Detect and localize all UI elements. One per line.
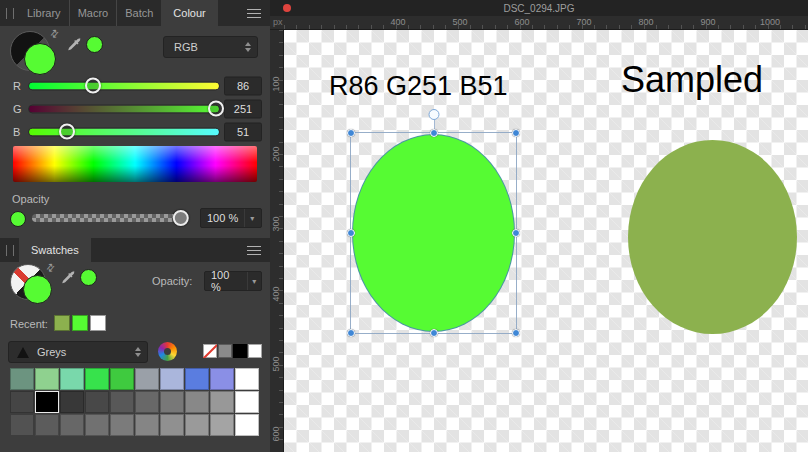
canvas-viewport[interactable]: R86 G251 B51 Sampled (284, 30, 808, 452)
quick-swatch[interactable] (218, 344, 232, 358)
eyedropper-icon[interactable] (60, 269, 76, 285)
palette-category-value: Greys (37, 346, 66, 358)
swatch-grid (10, 368, 259, 436)
panel-grip-icon[interactable] (6, 8, 14, 19)
ellipse-sampled[interactable] (628, 140, 797, 334)
swatch-cell[interactable] (210, 414, 234, 436)
swatch-cell[interactable] (110, 391, 134, 413)
no-colour-swatch[interactable] (203, 344, 217, 358)
colour-mode-select[interactable]: RGB (163, 36, 258, 58)
opacity-slider[interactable] (32, 214, 184, 222)
swatch-cell[interactable] (235, 368, 259, 390)
slider-track[interactable] (28, 104, 220, 113)
swatch-cell[interactable] (160, 368, 184, 390)
swatches-menu-icon[interactable] (247, 246, 261, 255)
selection-handle[interactable] (430, 129, 438, 137)
slider-label: B (13, 126, 20, 138)
tab-library[interactable]: Library (19, 0, 70, 26)
recent-swatch[interactable] (90, 315, 106, 331)
swatch-cell[interactable] (110, 414, 134, 436)
ruler-v-number: 600 (271, 419, 281, 449)
swatch-cell[interactable] (10, 368, 34, 390)
ruler-h-number: 800 (638, 17, 653, 27)
swatch-cell[interactable] (185, 368, 209, 390)
current-colour-chip[interactable] (86, 36, 103, 53)
swatch-cell[interactable] (185, 414, 209, 436)
tab-batch[interactable]: Batch (117, 0, 161, 26)
swatch-cell[interactable] (210, 391, 234, 413)
recent-swatch[interactable] (72, 315, 88, 331)
swatch-cell[interactable] (235, 414, 259, 436)
primary-colour-swatch[interactable] (23, 275, 52, 304)
swatch-cell[interactable] (110, 368, 134, 390)
slider-value-input[interactable]: 86 (224, 76, 262, 95)
tab-swatches[interactable]: Swatches (19, 238, 91, 262)
opacity-value: 100 % (201, 209, 244, 227)
swatch-cell[interactable] (10, 391, 34, 413)
palette-icon[interactable] (158, 342, 177, 361)
palette-category-icon (17, 347, 29, 358)
slider-knob[interactable] (59, 124, 75, 140)
quick-swatch[interactable] (248, 344, 262, 358)
selection-handle[interactable] (347, 329, 355, 337)
colour-spectrum[interactable] (13, 146, 257, 182)
swatches-panel: ⇄ Opacity: 100 % ▾ Recent: Greys (0, 262, 270, 452)
swatch-cell[interactable] (160, 414, 184, 436)
tab-macro[interactable]: Macro (70, 0, 118, 26)
opacity-label: Opacity: (152, 275, 192, 287)
swatch-cell[interactable] (60, 391, 84, 413)
swatch-cell[interactable] (210, 368, 234, 390)
current-colour-chip[interactable] (80, 269, 97, 286)
opacity-value-select[interactable]: 100 % ▾ (200, 208, 262, 228)
rotation-handle[interactable] (428, 109, 439, 120)
swatch-cell[interactable] (160, 391, 184, 413)
slider-track[interactable] (28, 127, 220, 136)
swatch-cell[interactable] (10, 414, 34, 436)
ruler-v-number: 100 (271, 69, 281, 99)
swatch-cell[interactable] (135, 368, 159, 390)
primary-colour-swatch[interactable] (24, 43, 56, 75)
recent-swatch[interactable] (54, 315, 70, 331)
ruler-v-number: 400 (271, 279, 281, 309)
panel-menu-icon[interactable] (247, 9, 261, 18)
slider-track[interactable] (28, 81, 220, 90)
swatch-cell[interactable] (60, 368, 84, 390)
slider-value-input[interactable]: 251 (224, 99, 262, 118)
app-window: Library Macro Batch Colour ⇄ RGB R86G251… (0, 0, 808, 452)
eyedropper-icon[interactable] (66, 36, 82, 52)
swatch-cell[interactable] (135, 391, 159, 413)
slider-knob[interactable] (85, 78, 101, 94)
quick-swatch[interactable] (233, 344, 247, 358)
swatch-cell[interactable] (85, 368, 109, 390)
selection-handle[interactable] (512, 129, 520, 137)
swatches-header: Swatches (0, 238, 270, 262)
swatch-cell[interactable] (35, 368, 59, 390)
opacity-colour-chip (10, 211, 26, 227)
selection-handle[interactable] (347, 129, 355, 137)
swatch-cell[interactable] (85, 414, 109, 436)
swatch-cell[interactable] (135, 414, 159, 436)
swap-colours-icon[interactable]: ⇄ (43, 261, 57, 274)
swatch-cell[interactable] (185, 391, 209, 413)
swatch-cell[interactable] (235, 391, 259, 413)
swatches-opacity-select[interactable]: 100 % ▾ (204, 271, 262, 291)
slider-value-input[interactable]: 51 (224, 122, 262, 141)
selection-handle[interactable] (347, 229, 355, 237)
slider-knob[interactable] (208, 101, 224, 117)
selection-handle[interactable] (430, 329, 438, 337)
swatch-cell[interactable] (60, 414, 84, 436)
palette-category-select[interactable]: Greys (8, 341, 148, 363)
tab-colour[interactable]: Colour (161, 0, 217, 26)
close-icon[interactable] (283, 4, 291, 12)
selection-box[interactable] (350, 132, 517, 334)
swap-colours-icon[interactable]: ⇄ (47, 27, 61, 40)
panel-grip-icon[interactable] (6, 245, 14, 256)
selection-handle[interactable] (512, 329, 520, 337)
swatch-cell[interactable] (35, 391, 59, 413)
selection-handle[interactable] (512, 229, 520, 237)
swatch-cell[interactable] (35, 414, 59, 436)
swatch-cell[interactable] (85, 391, 109, 413)
opacity-knob[interactable] (173, 210, 189, 226)
ruler-v-number: 500 (271, 349, 281, 379)
select-arrows-icon (245, 42, 251, 52)
